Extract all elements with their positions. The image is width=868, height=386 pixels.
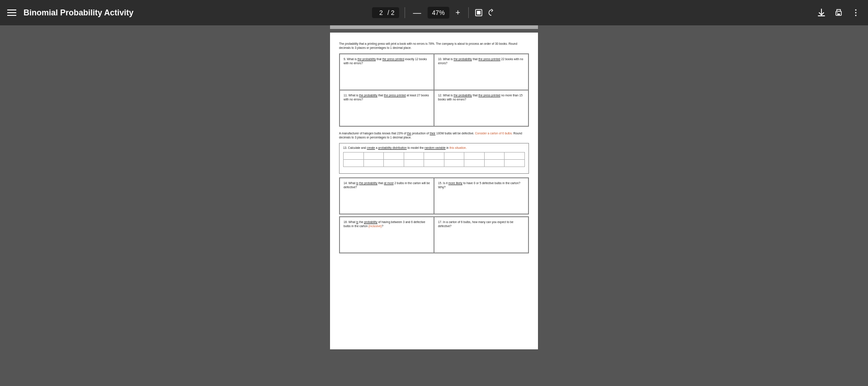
document-title: Binomial Probability Activity — [24, 8, 133, 18]
halogen-intro-text: A manufacturer of halogen bulbs knows th… — [339, 131, 529, 139]
page-total: 2 — [391, 9, 395, 16]
print-icon — [834, 8, 844, 18]
q12-text: What is the probability that the press p… — [438, 94, 523, 101]
svg-point-6 — [855, 12, 857, 14]
q16-number: 16. — [344, 220, 348, 224]
q9-number: 9. — [344, 57, 346, 61]
question-11-cell: 11. What is the probability that the pre… — [340, 90, 434, 126]
table-cell — [484, 152, 505, 160]
document-page: The probability that a printing press wi… — [330, 33, 538, 349]
q9-text: What is the probability that the press p… — [344, 57, 427, 65]
divider-1 — [405, 7, 405, 18]
table-cell — [484, 160, 505, 167]
table-cell — [444, 160, 464, 167]
hamburger-menu-button[interactable] — [7, 10, 16, 16]
probability-distribution-table — [343, 152, 525, 167]
question-16-cell: 16. What is the probability of having be… — [340, 217, 434, 253]
table-cell — [384, 152, 404, 160]
table-cell — [424, 152, 444, 160]
rotate-button[interactable] — [487, 8, 496, 17]
svg-point-4 — [837, 12, 838, 13]
q16-text: What is the probability of having betwee… — [344, 220, 425, 228]
table-cell — [404, 152, 424, 160]
q13-number: 13. — [343, 146, 347, 149]
table-cell — [404, 160, 424, 167]
q12-number: 12. — [438, 94, 442, 97]
page-current-input[interactable] — [377, 9, 386, 16]
content-area[interactable]: The probability that a printing press wi… — [0, 25, 868, 386]
table-cell — [464, 152, 485, 160]
svg-rect-3 — [837, 14, 840, 15]
svg-rect-1 — [477, 11, 481, 14]
table-cell — [384, 160, 404, 167]
page-top-strip — [330, 25, 538, 29]
download-button[interactable] — [816, 8, 826, 18]
question-15-cell: 15. Is it more likely to have 0 or 5 def… — [434, 178, 528, 214]
divider-2 — [468, 7, 469, 18]
q17-number: 17. — [438, 220, 442, 224]
more-options-icon — [851, 8, 861, 18]
q11-text: What is the probability that the press p… — [344, 94, 429, 101]
print-button[interactable] — [834, 8, 844, 18]
fit-page-button[interactable] — [474, 8, 483, 17]
table-cell — [363, 152, 384, 160]
zoom-value-display: 47% — [432, 9, 445, 16]
q10-number: 10. — [438, 57, 442, 61]
table-cell — [363, 160, 384, 167]
toolbar: Binomial Probability Activity / 2 — 47% … — [0, 0, 868, 25]
table-cell — [344, 152, 364, 160]
q11-number: 11. — [344, 94, 348, 97]
more-options-button[interactable] — [851, 8, 861, 18]
toolbar-right — [816, 8, 861, 18]
zoom-out-button[interactable]: — — [410, 6, 424, 19]
q14-text: What is the probability that at most 2 b… — [344, 181, 430, 189]
questions-9-12-grid: 9. What is the probability that the pres… — [339, 53, 529, 127]
table-cell — [505, 160, 525, 167]
q13-text: Calculate and create a probability distr… — [348, 146, 467, 149]
question-14-cell: 14. What is the probability that at most… — [340, 178, 434, 214]
download-icon — [816, 8, 826, 18]
page-input-group: / 2 — [372, 7, 399, 18]
q13-label: 13. Calculate and create a probability d… — [343, 146, 525, 149]
printing-intro-text: The probability that a printing press wi… — [339, 42, 529, 50]
question-17-cell: 17. In a carton of 6 bulbs, how many can… — [434, 217, 528, 253]
q14-number: 14. — [344, 181, 348, 185]
table-cell — [505, 152, 525, 160]
questions-16-17-grid: 16. What is the probability of having be… — [339, 216, 529, 253]
zoom-in-button[interactable]: + — [453, 6, 463, 19]
question-12-cell: 12. What is the probability that the pre… — [434, 90, 528, 126]
table-cell — [344, 160, 364, 167]
question-10-cell: 10. What is the probability that the pre… — [434, 54, 528, 90]
question-13-box: 13. Calculate and create a probability d… — [339, 143, 529, 174]
questions-14-15-grid: 14. What is the probability that at most… — [339, 177, 529, 214]
svg-point-7 — [855, 15, 857, 16]
table-cell — [444, 152, 464, 160]
q10-text: What is the probability that the press p… — [438, 57, 523, 65]
rotate-icon — [487, 8, 496, 17]
q17-text: In a carton of 6 bulbs, how many can you… — [438, 220, 514, 228]
question-9-cell: 9. What is the probability that the pres… — [340, 54, 434, 90]
toolbar-left: Binomial Probability Activity — [7, 8, 133, 18]
q15-text: Is it more likely to have 0 or 5 defecti… — [438, 181, 520, 189]
svg-point-5 — [855, 10, 857, 11]
page-separator: / — [387, 9, 389, 16]
fit-page-icon — [474, 8, 483, 17]
table-cell — [424, 160, 444, 167]
table-cell — [464, 160, 485, 167]
q15-number: 15. — [438, 181, 442, 185]
zoom-value-group: 47% — [428, 7, 449, 19]
toolbar-center: / 2 — 47% + — [372, 6, 496, 19]
